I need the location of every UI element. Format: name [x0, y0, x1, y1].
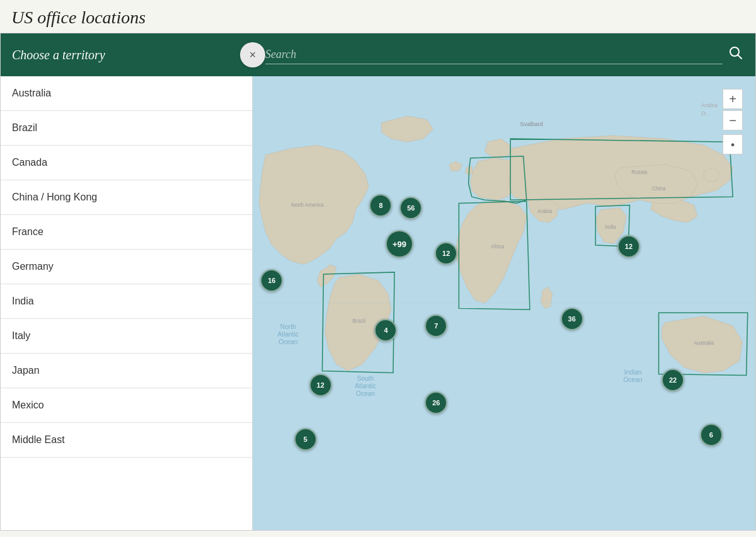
left-panel: Choose a territory × AustraliaBrazilCana… [1, 33, 253, 530]
map-background: Svalbard [253, 76, 755, 530]
svg-text:South: South [357, 375, 374, 382]
reset-button[interactable]: ● [723, 134, 743, 154]
search-icon-button[interactable] [729, 46, 743, 64]
world-map-svg: Svalbard [253, 76, 755, 530]
cluster-marker-c12[interactable]: 12 [309, 374, 332, 396]
svg-text:Svalbard: Svalbard [520, 121, 543, 127]
cluster-marker-c5[interactable]: 12 [435, 242, 457, 265]
territory-item-japan[interactable]: Japan [1, 354, 252, 388]
map-label-arabia: ArabiaO... [701, 101, 718, 117]
svg-text:Arabia: Arabia [537, 209, 553, 214]
cluster-marker-c1[interactable]: 16 [260, 269, 283, 292]
svg-text:Australia: Australia [694, 341, 714, 347]
territory-item-italy[interactable]: Italy [1, 319, 252, 354]
search-bar [253, 33, 755, 76]
svg-text:Africa: Africa [491, 244, 504, 250]
search-input[interactable] [265, 45, 723, 64]
cluster-marker-c11[interactable]: 26 [425, 391, 447, 414]
zoom-out-button[interactable]: − [723, 110, 743, 130]
territory-item-mexico[interactable]: Mexico [1, 388, 252, 423]
cluster-marker-c9[interactable]: 36 [561, 308, 583, 330]
cluster-marker-c3[interactable]: 56 [399, 197, 422, 219]
svg-text:Atlantic: Atlantic [278, 331, 299, 338]
territory-item-germany[interactable]: Germany [1, 250, 252, 284]
svg-text:North: North [280, 323, 296, 330]
svg-text:North America: North America [291, 202, 324, 208]
territory-item-brazil[interactable]: Brazil [1, 111, 252, 146]
cluster-marker-c2[interactable]: 8 [369, 194, 392, 217]
svg-text:Ocean: Ocean [624, 376, 643, 383]
svg-text:Ocean: Ocean [356, 390, 375, 397]
svg-line-1 [738, 55, 742, 59]
cluster-marker-c10[interactable]: 22 [662, 369, 684, 391]
map-area: Svalbard [253, 76, 755, 530]
cluster-marker-c8[interactable]: 7 [425, 315, 447, 337]
territory-item-australia[interactable]: Australia [1, 76, 252, 111]
svg-text:China: China [652, 186, 666, 192]
close-button[interactable]: × [240, 42, 265, 67]
main-container: Choose a territory × AustraliaBrazilCana… [0, 33, 756, 531]
territory-list: AustraliaBrazilCanadaChina / Hong KongFr… [1, 76, 253, 530]
territory-header: Choose a territory × [1, 33, 253, 76]
svg-text:Ocean: Ocean [278, 338, 297, 345]
map-controls: + − ● [723, 89, 743, 154]
cluster-marker-c6[interactable]: 12 [617, 235, 640, 258]
svg-text:Indian: Indian [624, 369, 642, 376]
svg-text:India: India [605, 224, 616, 230]
svg-text:Russia: Russia [631, 170, 647, 175]
territory-item-middle-east[interactable]: Middle East [1, 423, 252, 458]
territory-item-india[interactable]: India [1, 284, 252, 319]
territory-item-china-hong-kong[interactable]: China / Hong Kong [1, 180, 252, 215]
cluster-marker-c14[interactable]: 6 [700, 424, 723, 446]
territory-item-france[interactable]: France [1, 215, 252, 250]
page-title: US office locations [0, 0, 756, 33]
cluster-marker-c7[interactable]: 4 [374, 319, 397, 342]
svg-text:Brazil: Brazil [353, 318, 366, 324]
svg-text:Atlantic: Atlantic [355, 383, 376, 390]
cluster-marker-c4[interactable]: +99 [386, 230, 413, 258]
cluster-marker-c13[interactable]: 5 [294, 428, 317, 451]
zoom-in-button[interactable]: + [723, 89, 743, 109]
territory-item-canada[interactable]: Canada [1, 146, 252, 180]
choose-territory-label: Choose a territory [12, 48, 105, 62]
map-panel: Svalbard [253, 33, 755, 530]
